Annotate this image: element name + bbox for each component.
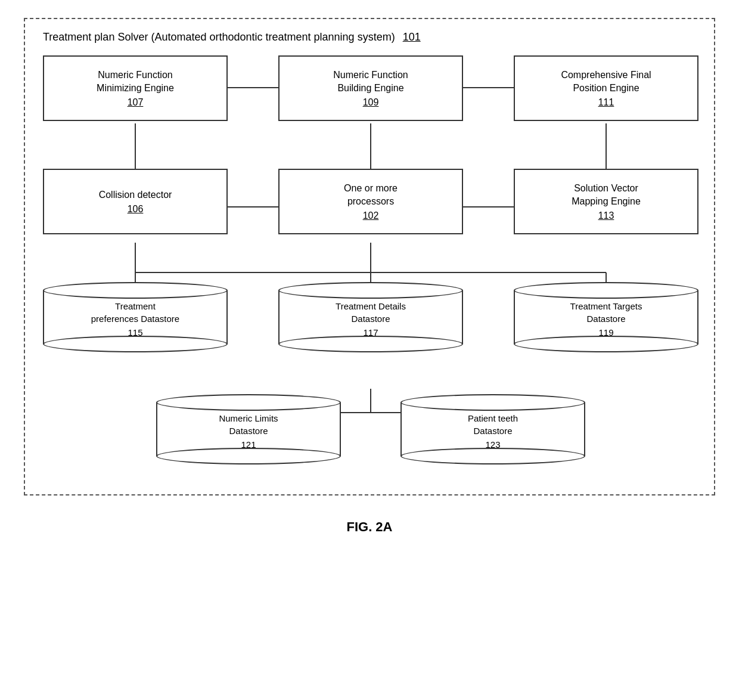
- box-111: Comprehensive FinalPosition Engine 111: [514, 55, 698, 121]
- fig-caption: FIG. 2A: [346, 519, 392, 535]
- ds-119-bottom: [514, 336, 698, 352]
- outer-container: Treatment plan Solver (Automated orthodo…: [24, 18, 715, 495]
- spacer-bottom: [43, 464, 696, 476]
- ds-117-label: Treatment DetailsDatastore: [336, 300, 406, 325]
- row-3: Treatmentpreferences Datastore 115 Treat…: [43, 282, 698, 352]
- ds-117: Treatment DetailsDatastore 117: [278, 282, 463, 352]
- ds-121-label: Numeric LimitsDatastore: [219, 412, 278, 437]
- box-111-label: Comprehensive FinalPosition Engine: [561, 69, 651, 95]
- diagram-title-text: Treatment plan Solver (Automated orthodo…: [43, 31, 395, 43]
- ds-123-top: [400, 394, 585, 411]
- ds-119: Treatment TargetsDatastore 119: [514, 282, 698, 352]
- spacer-2: [43, 234, 696, 282]
- ds-123: Patient teethDatastore 123: [400, 394, 585, 464]
- diagram-title-ref: 101: [403, 31, 421, 43]
- box-102-label: One or moreprocessors: [344, 182, 398, 209]
- ds-115-label: Treatmentpreferences Datastore: [91, 300, 179, 325]
- box-107-ref: 107: [128, 97, 144, 108]
- row-4: Numeric LimitsDatastore 121 Patient teet…: [43, 394, 698, 464]
- box-107-label: Numeric FunctionMinimizing Engine: [97, 69, 174, 95]
- spacer-3: [43, 352, 696, 394]
- ds-123-label: Patient teethDatastore: [468, 412, 518, 437]
- ds-115: Treatmentpreferences Datastore 115: [43, 282, 228, 352]
- ds-117-top: [278, 282, 463, 299]
- box-107: Numeric FunctionMinimizing Engine 107: [43, 55, 228, 121]
- ds-121-bottom: [156, 448, 341, 464]
- box-109: Numeric FunctionBuilding Engine 109: [278, 55, 463, 121]
- box-106: Collision detector 106: [43, 169, 228, 234]
- ds-119-label: Treatment TargetsDatastore: [570, 300, 642, 325]
- box-113-ref: 113: [598, 210, 614, 221]
- row-2: Collision detector 106 One or moreproces…: [43, 169, 698, 234]
- ds-117-bottom: [278, 336, 463, 352]
- box-106-ref: 106: [128, 204, 144, 215]
- row-1: Numeric FunctionMinimizing Engine 107 Nu…: [43, 55, 698, 121]
- ds-115-bottom: [43, 336, 228, 352]
- box-109-ref: 109: [363, 97, 379, 108]
- box-106-label: Collision detector: [99, 188, 172, 202]
- ds-123-bottom: [400, 448, 585, 464]
- box-113: Solution VectorMapping Engine 113: [514, 169, 698, 234]
- box-113-label: Solution VectorMapping Engine: [572, 182, 641, 209]
- spacer-1: [43, 121, 696, 169]
- ds-121-top: [156, 394, 341, 411]
- diagram-title: Treatment plan Solver (Automated orthodo…: [43, 31, 696, 44]
- box-111-ref: 111: [598, 97, 614, 108]
- box-109-label: Numeric FunctionBuilding Engine: [333, 69, 408, 95]
- ds-121: Numeric LimitsDatastore 121: [156, 394, 341, 464]
- ds-119-top: [514, 282, 698, 299]
- box-102-ref: 102: [363, 210, 379, 221]
- box-102: One or moreprocessors 102: [278, 169, 463, 234]
- ds-115-top: [43, 282, 228, 299]
